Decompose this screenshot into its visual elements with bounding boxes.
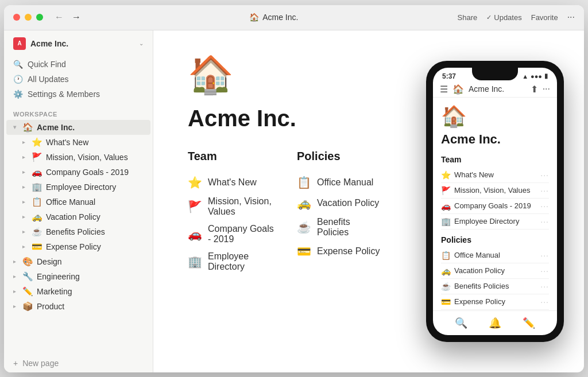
minimize-button[interactable] [25,14,32,21]
building-icon: 🏢 [188,255,202,269]
sidebar-label-design: Design [37,257,62,266]
phone-compose-icon[interactable]: ✏️ [523,317,535,329]
back-button[interactable]: ← [52,11,66,24]
sidebar-item-design[interactable]: ▸ 🎨 Design [6,254,150,269]
titlebar: ← → 🏠 Acme Inc. Share ✓ Updates Favorite… [4,5,584,30]
clipboard-icon: 📋 [32,197,42,207]
sidebar-item-benefits-policies[interactable]: ▸ ☕ Benefits Policies [16,224,150,239]
settings-members-item[interactable]: ⚙️ Settings & Members [4,87,153,102]
check-icon: ✓ [486,14,492,21]
ellipsis-icon[interactable]: ··· [540,266,549,275]
plus-icon: + [13,359,18,368]
sidebar-item-expense-policy[interactable]: ▸ 💳 Expense Policy [16,239,150,254]
coffee-icon: ☕ [32,227,42,237]
policy-link-expense-policy[interactable]: 💳 Expense Policy [297,241,383,262]
ellipsis-icon[interactable]: ··· [540,170,549,180]
phone-team-company-goals[interactable]: 🚗 Company Goals - 2019 ··· [441,199,549,214]
updates-button[interactable]: ✓ Updates [486,13,521,22]
phone-team-employee-directory[interactable]: 🏢 Employee Directory ··· [441,214,549,230]
team-link-mission[interactable]: 🚩 Mission, Vision, Values [188,193,274,220]
sidebar-item-vacation-policy[interactable]: ▸ 🚕 Vacation Policy [16,209,150,224]
box-icon: 📦 [22,301,33,312]
phone-policy-office-manual[interactable]: 📋 Office Manual ··· [441,248,549,263]
share-button[interactable]: Share [458,13,478,22]
sidebar-label-expense-policy: Expense Policy [46,242,101,251]
taxi-icon: 🚕 [441,266,451,275]
new-page-button[interactable]: + New page [4,354,153,372]
arrow-right-icon: ▸ [22,228,29,235]
sidebar-label-company-goals: Company Goals - 2019 [46,168,129,177]
phone-notch [472,68,518,80]
policy-link-office-manual[interactable]: 📋 Office Manual [297,172,383,193]
sidebar-item-mission[interactable]: ▸ 🚩 Mission, Vision, Values [16,150,150,165]
ellipsis-icon[interactable]: ··· [540,201,549,211]
all-updates-item[interactable]: 🕐 All Updates [4,72,153,87]
sidebar-children: ▸ ⭐ What's New ▸ 🚩 Mission, Vision, Valu… [4,135,153,254]
sidebar-label-vacation-policy: Vacation Policy [46,212,100,221]
arrow-right-icon: ▸ [13,288,20,294]
phone-label-employee-directory: Employee Directory [454,217,519,226]
page-columns: Team ⭐ What's New 🚩 Mission, Vision, Val… [188,150,383,275]
team-link-company-goals[interactable]: 🚗 Company Goals - 2019 [188,220,274,248]
maximize-button[interactable] [36,14,43,21]
ellipsis-icon[interactable]: ··· [540,251,549,260]
phone-more-icon[interactable]: ··· [543,84,550,94]
forward-button[interactable]: → [69,11,83,24]
workspace-icon: A [13,37,26,50]
clipboard-icon: 📋 [297,176,311,189]
sidebar-item-acme-inc[interactable]: ▾ 🏠 Acme Inc. [6,120,150,135]
sidebar-item-engineering[interactable]: ▸ 🔧 Engineering [6,269,150,284]
car-icon: 🚗 [441,201,451,211]
taxi-icon: 🚕 [297,196,311,210]
workspace-section-label: WORKSPACE [4,106,153,120]
phone-policy-vacation-policy[interactable]: 🚕 Vacation Policy ··· [441,263,549,279]
phone-team-whats-new[interactable]: ⭐ What's New ··· [441,168,549,183]
team-link-whats-new[interactable]: ⭐ What's New [188,172,274,193]
phone-label-whats-new: What's New [454,170,494,179]
phone-team-mission[interactable]: 🚩 Mission, Vision, Values ··· [441,183,549,199]
arrow-right-icon: ▸ [22,154,29,160]
close-button[interactable] [13,14,20,21]
phone-bell-icon[interactable]: 🔔 [489,317,501,329]
team-link-employee-directory[interactable]: 🏢 Employee Directory [188,248,274,275]
sidebar-item-whats-new[interactable]: ▸ ⭐ What's New [16,135,150,150]
phone-policy-benefits[interactable]: ☕ Benefits Policies ··· [441,279,549,294]
sidebar-item-product[interactable]: ▸ 📦 Product [6,299,150,314]
ellipsis-icon[interactable]: ··· [540,217,549,226]
phone-search-icon[interactable]: 🔍 [455,317,467,329]
sidebar-item-employee-directory[interactable]: ▸ 🏢 Employee Directory [16,180,150,195]
ellipsis-icon[interactable]: ··· [540,186,549,195]
battery-icon: ▮ [544,72,548,80]
sidebar-item-company-goals[interactable]: ▸ 🚗 Company Goals - 2019 [16,165,150,180]
building-icon: 🏢 [32,182,42,192]
quick-find-item[interactable]: 🔍 Quick Find [4,57,153,72]
phone-share-icon[interactable]: ⬆ [531,84,538,95]
policies-column: Policies 📋 Office Manual 🚕 Vacation Poli… [297,150,383,275]
arrow-right-icon: ▸ [22,199,29,205]
phone-policy-expense[interactable]: 💳 Expense Policy ··· [441,294,549,310]
search-icon: 🔍 [13,60,23,69]
ellipsis-icon[interactable]: ··· [540,282,549,291]
arrow-right-icon: ▸ [22,169,29,175]
team-section-title: Team [188,150,274,163]
phone-page-emoji: 🏠 [441,104,549,129]
favorite-button[interactable]: Favorite [531,13,558,22]
main-area: A Acme Inc. ⌄ 🔍 Quick Find 🕐 All Updates… [4,30,584,372]
phone-menu-icon[interactable]: ☰ [440,84,448,95]
flag-icon: 🚩 [441,186,451,195]
taxi-icon: 🚕 [32,212,42,222]
link-label-mission: Mission, Vision, Values [208,196,274,217]
phone-time: 5:37 [442,72,456,80]
sidebar-item-office-manual[interactable]: ▸ 📋 Office Manual [16,195,150,209]
policy-link-vacation-policy[interactable]: 🚕 Vacation Policy [297,193,383,213]
arrow-right-icon: ▸ [13,273,20,279]
phone-label-office-manual: Office Manual [454,251,500,259]
phone-label-company-goals: Company Goals - 2019 [454,201,531,210]
ellipsis-icon[interactable]: ··· [540,297,549,306]
link-label-employee-directory: Employee Directory [208,251,274,272]
sidebar-item-marketing[interactable]: ▸ ✏️ Marketing [6,284,150,299]
policy-link-benefits-policies[interactable]: ☕ Benefits Policies [297,213,383,241]
more-options-button[interactable]: ··· [567,12,575,22]
workspace-header[interactable]: A Acme Inc. ⌄ [4,30,153,55]
coffee-icon: ☕ [297,220,311,234]
